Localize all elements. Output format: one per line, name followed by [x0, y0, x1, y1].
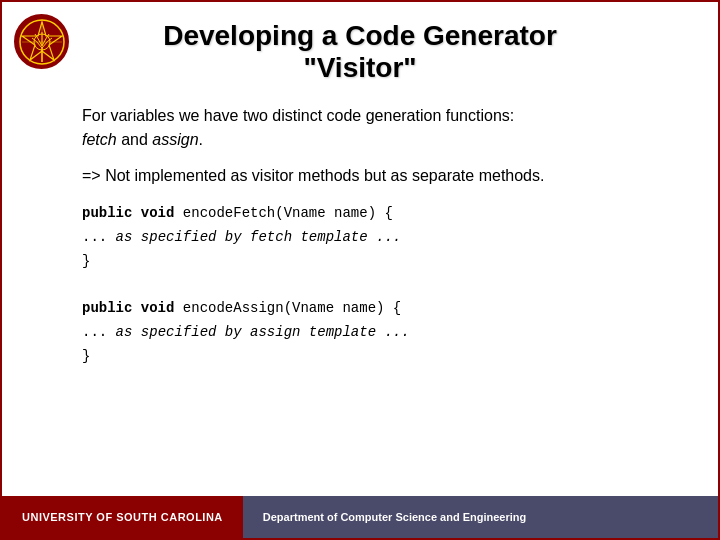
code-line-fetch-2: ... as specified by fetch template ... [82, 226, 688, 250]
slide-title: Developing a Code Generator "Visitor" [22, 20, 698, 84]
logo-svg [18, 18, 66, 66]
slide-content: For variables we have two distinct code … [2, 94, 718, 496]
code-comment-fetch: as specified by fetch template ... [107, 229, 401, 245]
code-dots-fetch: ... [82, 229, 107, 245]
intro-paragraph: For variables we have two distinct code … [82, 104, 688, 152]
slide-header: Developing a Code Generator "Visitor" [2, 2, 718, 94]
slide-footer: UNIVERSITY OF SOUTH CAROLINA Department … [2, 496, 718, 538]
code-method-fetch: encodeFetch(Vname name) { [183, 205, 393, 221]
kw-void-1: void [141, 205, 183, 221]
code-line-fetch-3: } [82, 250, 688, 274]
code-method-assign: encodeAssign(Vname name) { [183, 300, 401, 316]
code-block-fetch: public void encodeFetch(Vname name) { ..… [82, 202, 688, 273]
code-comment-assign: as specified by assign template ... [107, 324, 409, 340]
code-block-assign: public void encodeAssign(Vname name) { .… [82, 297, 688, 368]
kw-public-2: public [82, 300, 141, 316]
code-dots-assign: ... [82, 324, 107, 340]
code-line-assign-2: ... as specified by assign template ... [82, 321, 688, 345]
intro-and: and [117, 131, 153, 148]
logo [14, 14, 69, 69]
code-line-fetch-1: public void encodeFetch(Vname name) { [82, 202, 688, 226]
kw-public-1: public [82, 205, 141, 221]
separator-text: => Not implemented as visitor methods bu… [82, 164, 688, 188]
code-section-fetch: public void encodeFetch(Vname name) { ..… [82, 196, 688, 273]
kw-void-2: void [141, 300, 183, 316]
footer-department: Department of Computer Science and Engin… [243, 496, 718, 538]
intro-period: . [199, 131, 203, 148]
code-line-assign-3: } [82, 345, 688, 369]
intro-fetch: fetch [82, 131, 117, 148]
code-section-assign: public void encodeAssign(Vname name) { .… [82, 291, 688, 368]
intro-assign: assign [152, 131, 198, 148]
code-line-assign-1: public void encodeAssign(Vname name) { [82, 297, 688, 321]
slide: Developing a Code Generator "Visitor" Fo… [0, 0, 720, 540]
intro-line1: For variables we have two distinct code … [82, 107, 514, 124]
footer-university: UNIVERSITY OF SOUTH CAROLINA [2, 496, 243, 538]
logo-circle [14, 14, 69, 69]
